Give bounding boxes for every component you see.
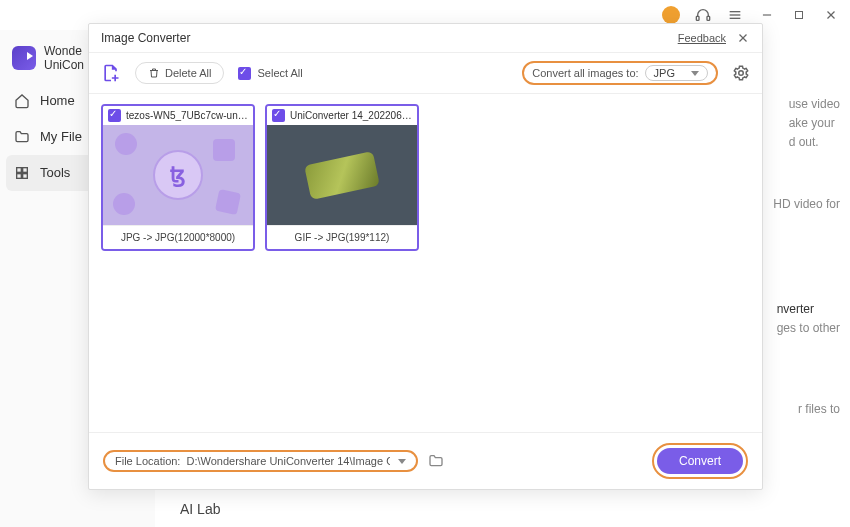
svg-point-15 — [739, 71, 744, 76]
thumbnail-card[interactable]: UniConverter 14_2022062... GIF -> JPG(19… — [265, 104, 419, 251]
file-location-group: File Location: D:\Wondershare UniConvert… — [103, 450, 418, 472]
close-icon[interactable] — [822, 6, 840, 24]
checkbox-icon — [238, 67, 251, 80]
settings-icon[interactable] — [732, 64, 750, 82]
select-all-checkbox[interactable]: Select All — [238, 67, 302, 80]
svg-rect-12 — [23, 173, 28, 178]
checkbox-icon[interactable] — [272, 109, 285, 122]
checkbox-icon[interactable] — [108, 109, 121, 122]
maximize-icon[interactable] — [790, 6, 808, 24]
sidebar-item-label: Tools — [40, 165, 70, 180]
close-icon[interactable] — [736, 31, 750, 45]
thumbnail-filename: UniConverter 14_2022062... — [290, 110, 412, 121]
sidebar-item-label: My File — [40, 129, 82, 144]
convert-button[interactable]: Convert — [657, 448, 743, 474]
avatar[interactable] — [662, 6, 680, 24]
minimize-icon[interactable] — [758, 6, 776, 24]
add-file-icon[interactable] — [101, 63, 121, 83]
folder-icon — [14, 129, 30, 145]
svg-rect-9 — [17, 167, 22, 172]
brand-line1: Wonde — [44, 44, 84, 58]
convert-button-highlight: Convert — [652, 443, 748, 479]
chevron-down-icon — [398, 459, 406, 464]
svg-rect-11 — [17, 173, 22, 178]
home-icon — [14, 93, 30, 109]
brand-logo-icon — [12, 46, 36, 70]
format-value: JPG — [654, 67, 675, 79]
brand-text: Wonde UniCon — [44, 44, 84, 73]
thumbnail-filename: tezos-WN5_7UBc7cw-uns... — [126, 110, 248, 121]
headset-icon[interactable] — [694, 6, 712, 24]
tools-icon — [14, 165, 30, 181]
thumbnail-card[interactable]: tezos-WN5_7UBc7cw-uns... ꜩ JPG -> JPG(12… — [101, 104, 255, 251]
select-all-label: Select All — [257, 67, 302, 79]
trash-icon — [148, 67, 160, 79]
feedback-link[interactable]: Feedback — [678, 32, 726, 44]
brand-line2: UniCon — [44, 58, 84, 72]
thumbnail-preview — [267, 125, 417, 225]
svg-rect-10 — [23, 167, 28, 172]
browse-folder-icon[interactable] — [428, 453, 444, 469]
ai-lab-heading: AI Lab — [180, 501, 220, 517]
modal-title: Image Converter — [101, 31, 190, 45]
toolbar: Delete All Select All Convert all images… — [89, 53, 762, 94]
file-location-label: File Location: — [115, 455, 180, 467]
chevron-down-icon — [691, 71, 699, 76]
modal-body: tezos-WN5_7UBc7cw-uns... ꜩ JPG -> JPG(12… — [89, 94, 762, 432]
thumbnail-footer: GIF -> JPG(199*112) — [267, 225, 417, 249]
modal-header: Image Converter Feedback — [89, 24, 762, 53]
svg-rect-1 — [707, 16, 710, 20]
file-location-path: D:\Wondershare UniConverter 14\Image Out… — [186, 455, 390, 467]
svg-rect-0 — [696, 16, 699, 20]
menu-icon[interactable] — [726, 6, 744, 24]
modal-footer: File Location: D:\Wondershare UniConvert… — [89, 432, 762, 489]
thumbnail-preview: ꜩ — [103, 125, 253, 225]
convert-to-label: Convert all images to: — [532, 67, 638, 79]
delete-all-button[interactable]: Delete All — [135, 62, 224, 84]
sidebar-item-label: Home — [40, 93, 75, 108]
delete-all-label: Delete All — [165, 67, 211, 79]
svg-rect-6 — [796, 12, 803, 19]
file-location-select[interactable]: D:\Wondershare UniConverter 14\Image Out… — [186, 455, 406, 467]
format-select[interactable]: JPG — [645, 65, 708, 81]
image-converter-modal: Image Converter Feedback Delete All Sele… — [88, 23, 763, 490]
thumbnail-footer: JPG -> JPG(12000*8000) — [103, 225, 253, 249]
convert-to-group: Convert all images to: JPG — [522, 61, 718, 85]
